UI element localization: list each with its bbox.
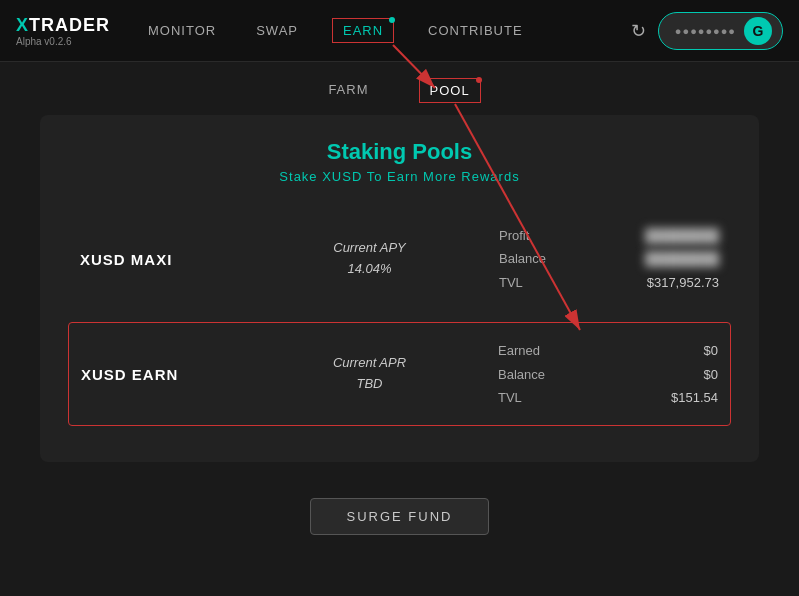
- logo-area: XTRADER Alpha v0.2.6: [16, 15, 110, 47]
- pool-balance-maxi: ████████: [645, 247, 719, 270]
- pool-stats-maxi: Profit Balance TVL: [499, 224, 599, 294]
- pool-name-maxi: XUSD MAXI: [80, 251, 240, 268]
- pool-apy-earn: Current APR TBD: [241, 353, 498, 395]
- pool-tvl-earn: $151.54: [671, 386, 718, 409]
- pool-profit-maxi: ████████: [645, 224, 719, 247]
- pool-tvl-maxi: $317,952.73: [647, 271, 719, 294]
- logo-x: X: [16, 15, 29, 35]
- wallet-button[interactable]: ●●●●●●●● G: [658, 12, 783, 50]
- main-content: Staking Pools Stake XUSD To Earn More Re…: [0, 115, 799, 462]
- earn-dot: [389, 17, 395, 23]
- refresh-button[interactable]: ↻: [631, 20, 646, 42]
- tab-farm[interactable]: FARM: [318, 78, 378, 103]
- header: XTRADER Alpha v0.2.6 MONITOR SWAP EARN C…: [0, 0, 799, 62]
- pool-balance-earn: $0: [704, 363, 718, 386]
- surge-fund-button[interactable]: SURGE FUND: [310, 498, 490, 535]
- pool-values-earn: $0 $0 $151.54: [598, 339, 718, 409]
- pool-name-earn: XUSD EARN: [81, 366, 241, 383]
- header-right: ↻ ●●●●●●●● G: [631, 12, 783, 50]
- pool-apy-maxi: Current APY 14.04%: [240, 238, 499, 280]
- nav: MONITOR SWAP EARN CONTRIBUTE: [142, 18, 631, 43]
- nav-swap[interactable]: SWAP: [250, 19, 304, 42]
- logo: XTRADER: [16, 15, 110, 36]
- pool-row-xusd-maxi[interactable]: XUSD MAXI Current APY 14.04% Profit Bala…: [68, 208, 731, 310]
- wallet-icon: G: [744, 17, 772, 45]
- nav-monitor[interactable]: MONITOR: [142, 19, 222, 42]
- nav-contribute[interactable]: CONTRIBUTE: [422, 19, 529, 42]
- pools-card: Staking Pools Stake XUSD To Earn More Re…: [40, 115, 759, 462]
- pool-values-maxi: ████████ ████████ $317,952.73: [599, 224, 719, 294]
- sub-tabs: FARM POOL: [0, 62, 799, 115]
- pool-dot: [476, 77, 482, 83]
- tab-pool[interactable]: POOL: [419, 78, 481, 103]
- pool-earned-earn: $0: [704, 339, 718, 362]
- wallet-address: ●●●●●●●●: [675, 25, 736, 37]
- pool-stats-earn: Earned Balance TVL: [498, 339, 598, 409]
- pool-row-xusd-earn[interactable]: XUSD EARN Current APR TBD Earned Balance…: [68, 322, 731, 426]
- version: Alpha v0.2.6: [16, 36, 110, 47]
- pools-title: Staking Pools: [68, 139, 731, 165]
- pools-subtitle: Stake XUSD To Earn More Rewards: [68, 169, 731, 184]
- nav-earn[interactable]: EARN: [332, 18, 394, 43]
- bottom-area: SURGE FUND: [0, 498, 799, 535]
